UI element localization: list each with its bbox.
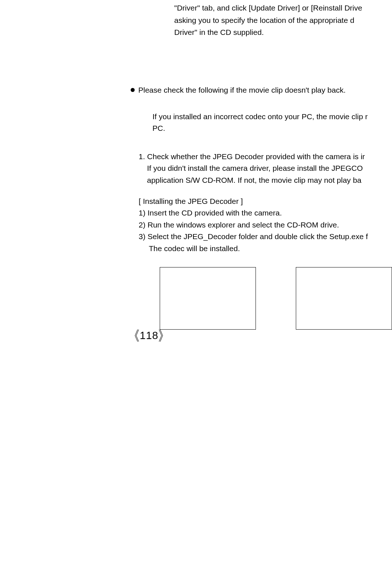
item1-sub2: application S/W CD-ROM. If not, the movi… [147,174,392,186]
page-number-value: 118 [140,330,158,341]
install-title: [ Installing the JPEG Decoder ] [139,196,392,208]
item1-main: 1. Check whether the JPEG Decoder provid… [139,151,392,163]
numbered-item-1: 1. Check whether the JPEG Decoder provid… [131,151,392,163]
bullet-text: Please check the following if the movie … [138,86,346,94]
bracket-right-icon: 》 [158,327,169,346]
document-content: "Driver" tab, and click [Update Driver] … [131,0,392,330]
indent-paragraph: If you installed an incorrect codec onto… [131,111,392,134]
install-block: [ Installing the JPEG Decoder ] 1) Inser… [131,196,392,255]
bracket-left-icon: 《 [129,327,140,346]
para1-line3: Driver" in the CD supplied. [174,26,392,39]
bullet-icon [131,88,135,92]
image-placeholders [131,267,392,330]
install-step-2: 2) Run the windows explorer and select t… [139,219,392,231]
item1-subtext: If you didn't install the camera driver,… [131,162,392,186]
install-step-3b: The codec will be installed. [139,243,392,255]
paragraph-top: "Driver" tab, and click [Update Driver] … [131,2,392,39]
para1-line1: "Driver" tab, and click [Update Driver] … [174,2,392,14]
item1-sub1: If you didn't install the camera driver,… [147,162,392,174]
para1-line2: asking you to specify the location of th… [174,14,392,27]
indent1-line2: PC. [152,122,392,134]
bullet-section: Please check the following if the movie … [131,86,392,94]
placeholder-box-1 [160,267,256,330]
install-step-3: 3) Select the JPEG_Decoder folder and do… [139,231,392,243]
placeholder-box-2 [296,267,392,330]
page-number: 《118》 [129,329,169,343]
indent1-line1: If you installed an incorrect codec onto… [152,111,392,123]
install-step-1: 1) Insert the CD provided with the camer… [139,207,392,219]
